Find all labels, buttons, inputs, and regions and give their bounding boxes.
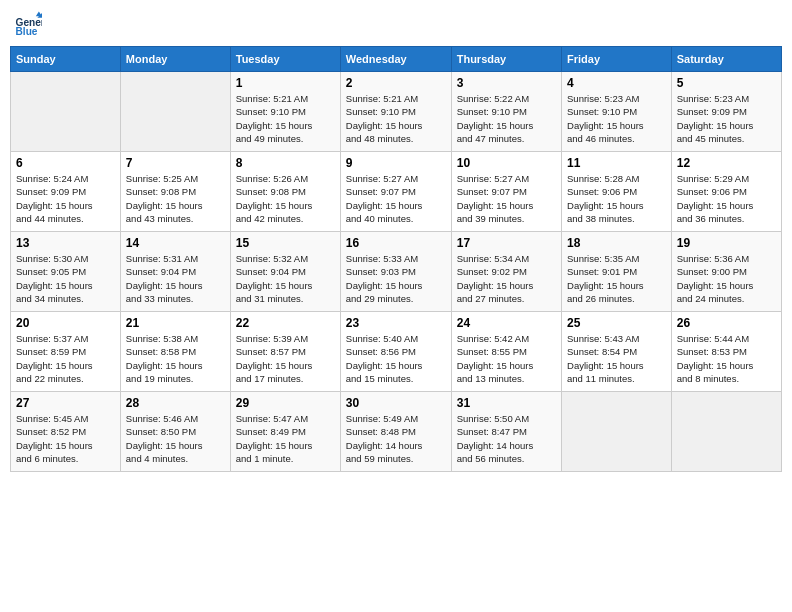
calendar-cell: 9Sunrise: 5:27 AM Sunset: 9:07 PM Daylig…: [340, 152, 451, 232]
col-header-sunday: Sunday: [11, 47, 121, 72]
day-info: Sunrise: 5:25 AM Sunset: 9:08 PM Dayligh…: [126, 172, 225, 225]
calendar-cell: 18Sunrise: 5:35 AM Sunset: 9:01 PM Dayli…: [562, 232, 672, 312]
calendar-cell: [562, 392, 672, 472]
week-row: 6Sunrise: 5:24 AM Sunset: 9:09 PM Daylig…: [11, 152, 782, 232]
day-info: Sunrise: 5:29 AM Sunset: 9:06 PM Dayligh…: [677, 172, 776, 225]
col-header-saturday: Saturday: [671, 47, 781, 72]
day-info: Sunrise: 5:27 AM Sunset: 9:07 PM Dayligh…: [346, 172, 446, 225]
day-number: 6: [16, 156, 115, 170]
day-info: Sunrise: 5:46 AM Sunset: 8:50 PM Dayligh…: [126, 412, 225, 465]
day-info: Sunrise: 5:40 AM Sunset: 8:56 PM Dayligh…: [346, 332, 446, 385]
calendar-cell: 31Sunrise: 5:50 AM Sunset: 8:47 PM Dayli…: [451, 392, 561, 472]
calendar-cell: 27Sunrise: 5:45 AM Sunset: 8:52 PM Dayli…: [11, 392, 121, 472]
calendar-cell: 25Sunrise: 5:43 AM Sunset: 8:54 PM Dayli…: [562, 312, 672, 392]
calendar-cell: 10Sunrise: 5:27 AM Sunset: 9:07 PM Dayli…: [451, 152, 561, 232]
day-number: 5: [677, 76, 776, 90]
day-info: Sunrise: 5:31 AM Sunset: 9:04 PM Dayligh…: [126, 252, 225, 305]
day-info: Sunrise: 5:47 AM Sunset: 8:49 PM Dayligh…: [236, 412, 335, 465]
day-info: Sunrise: 5:32 AM Sunset: 9:04 PM Dayligh…: [236, 252, 335, 305]
day-info: Sunrise: 5:44 AM Sunset: 8:53 PM Dayligh…: [677, 332, 776, 385]
day-info: Sunrise: 5:42 AM Sunset: 8:55 PM Dayligh…: [457, 332, 556, 385]
day-info: Sunrise: 5:38 AM Sunset: 8:58 PM Dayligh…: [126, 332, 225, 385]
day-number: 12: [677, 156, 776, 170]
day-number: 28: [126, 396, 225, 410]
day-info: Sunrise: 5:30 AM Sunset: 9:05 PM Dayligh…: [16, 252, 115, 305]
day-number: 30: [346, 396, 446, 410]
day-info: Sunrise: 5:45 AM Sunset: 8:52 PM Dayligh…: [16, 412, 115, 465]
calendar-cell: 16Sunrise: 5:33 AM Sunset: 9:03 PM Dayli…: [340, 232, 451, 312]
day-number: 15: [236, 236, 335, 250]
day-info: Sunrise: 5:27 AM Sunset: 9:07 PM Dayligh…: [457, 172, 556, 225]
day-number: 10: [457, 156, 556, 170]
day-info: Sunrise: 5:33 AM Sunset: 9:03 PM Dayligh…: [346, 252, 446, 305]
calendar-cell: 2Sunrise: 5:21 AM Sunset: 9:10 PM Daylig…: [340, 72, 451, 152]
week-row: 13Sunrise: 5:30 AM Sunset: 9:05 PM Dayli…: [11, 232, 782, 312]
day-number: 20: [16, 316, 115, 330]
day-number: 11: [567, 156, 666, 170]
day-number: 1: [236, 76, 335, 90]
day-info: Sunrise: 5:26 AM Sunset: 9:08 PM Dayligh…: [236, 172, 335, 225]
col-header-tuesday: Tuesday: [230, 47, 340, 72]
logo-icon: General Blue: [14, 10, 42, 38]
day-number: 25: [567, 316, 666, 330]
day-info: Sunrise: 5:23 AM Sunset: 9:10 PM Dayligh…: [567, 92, 666, 145]
week-row: 27Sunrise: 5:45 AM Sunset: 8:52 PM Dayli…: [11, 392, 782, 472]
day-number: 27: [16, 396, 115, 410]
calendar-cell: 19Sunrise: 5:36 AM Sunset: 9:00 PM Dayli…: [671, 232, 781, 312]
day-info: Sunrise: 5:22 AM Sunset: 9:10 PM Dayligh…: [457, 92, 556, 145]
day-info: Sunrise: 5:49 AM Sunset: 8:48 PM Dayligh…: [346, 412, 446, 465]
calendar-cell: 8Sunrise: 5:26 AM Sunset: 9:08 PM Daylig…: [230, 152, 340, 232]
day-info: Sunrise: 5:36 AM Sunset: 9:00 PM Dayligh…: [677, 252, 776, 305]
day-number: 21: [126, 316, 225, 330]
week-row: 20Sunrise: 5:37 AM Sunset: 8:59 PM Dayli…: [11, 312, 782, 392]
calendar-cell: 7Sunrise: 5:25 AM Sunset: 9:08 PM Daylig…: [120, 152, 230, 232]
day-number: 22: [236, 316, 335, 330]
calendar-cell: 14Sunrise: 5:31 AM Sunset: 9:04 PM Dayli…: [120, 232, 230, 312]
col-header-friday: Friday: [562, 47, 672, 72]
calendar-cell: 23Sunrise: 5:40 AM Sunset: 8:56 PM Dayli…: [340, 312, 451, 392]
calendar-cell: [11, 72, 121, 152]
day-info: Sunrise: 5:39 AM Sunset: 8:57 PM Dayligh…: [236, 332, 335, 385]
logo: General Blue: [14, 10, 44, 38]
calendar-cell: 4Sunrise: 5:23 AM Sunset: 9:10 PM Daylig…: [562, 72, 672, 152]
calendar-cell: 29Sunrise: 5:47 AM Sunset: 8:49 PM Dayli…: [230, 392, 340, 472]
day-number: 14: [126, 236, 225, 250]
svg-text:Blue: Blue: [16, 26, 38, 37]
col-header-monday: Monday: [120, 47, 230, 72]
calendar-cell: 15Sunrise: 5:32 AM Sunset: 9:04 PM Dayli…: [230, 232, 340, 312]
calendar-cell: 21Sunrise: 5:38 AM Sunset: 8:58 PM Dayli…: [120, 312, 230, 392]
calendar-cell: 13Sunrise: 5:30 AM Sunset: 9:05 PM Dayli…: [11, 232, 121, 312]
day-info: Sunrise: 5:24 AM Sunset: 9:09 PM Dayligh…: [16, 172, 115, 225]
day-number: 4: [567, 76, 666, 90]
calendar-cell: 5Sunrise: 5:23 AM Sunset: 9:09 PM Daylig…: [671, 72, 781, 152]
calendar-cell: 3Sunrise: 5:22 AM Sunset: 9:10 PM Daylig…: [451, 72, 561, 152]
day-number: 23: [346, 316, 446, 330]
page-header: General Blue: [10, 10, 782, 38]
day-info: Sunrise: 5:21 AM Sunset: 9:10 PM Dayligh…: [236, 92, 335, 145]
calendar-cell: 6Sunrise: 5:24 AM Sunset: 9:09 PM Daylig…: [11, 152, 121, 232]
calendar-table: SundayMondayTuesdayWednesdayThursdayFrid…: [10, 46, 782, 472]
calendar-cell: 24Sunrise: 5:42 AM Sunset: 8:55 PM Dayli…: [451, 312, 561, 392]
calendar-cell: 28Sunrise: 5:46 AM Sunset: 8:50 PM Dayli…: [120, 392, 230, 472]
day-info: Sunrise: 5:23 AM Sunset: 9:09 PM Dayligh…: [677, 92, 776, 145]
calendar-cell: 30Sunrise: 5:49 AM Sunset: 8:48 PM Dayli…: [340, 392, 451, 472]
calendar-cell: 11Sunrise: 5:28 AM Sunset: 9:06 PM Dayli…: [562, 152, 672, 232]
day-info: Sunrise: 5:50 AM Sunset: 8:47 PM Dayligh…: [457, 412, 556, 465]
day-info: Sunrise: 5:37 AM Sunset: 8:59 PM Dayligh…: [16, 332, 115, 385]
calendar-cell: 22Sunrise: 5:39 AM Sunset: 8:57 PM Dayli…: [230, 312, 340, 392]
day-number: 18: [567, 236, 666, 250]
day-number: 24: [457, 316, 556, 330]
calendar-cell: [120, 72, 230, 152]
day-info: Sunrise: 5:35 AM Sunset: 9:01 PM Dayligh…: [567, 252, 666, 305]
week-row: 1Sunrise: 5:21 AM Sunset: 9:10 PM Daylig…: [11, 72, 782, 152]
calendar-cell: 1Sunrise: 5:21 AM Sunset: 9:10 PM Daylig…: [230, 72, 340, 152]
day-info: Sunrise: 5:34 AM Sunset: 9:02 PM Dayligh…: [457, 252, 556, 305]
day-info: Sunrise: 5:28 AM Sunset: 9:06 PM Dayligh…: [567, 172, 666, 225]
calendar-cell: 20Sunrise: 5:37 AM Sunset: 8:59 PM Dayli…: [11, 312, 121, 392]
day-number: 8: [236, 156, 335, 170]
day-number: 19: [677, 236, 776, 250]
day-number: 17: [457, 236, 556, 250]
day-number: 13: [16, 236, 115, 250]
calendar-cell: 12Sunrise: 5:29 AM Sunset: 9:06 PM Dayli…: [671, 152, 781, 232]
day-number: 7: [126, 156, 225, 170]
